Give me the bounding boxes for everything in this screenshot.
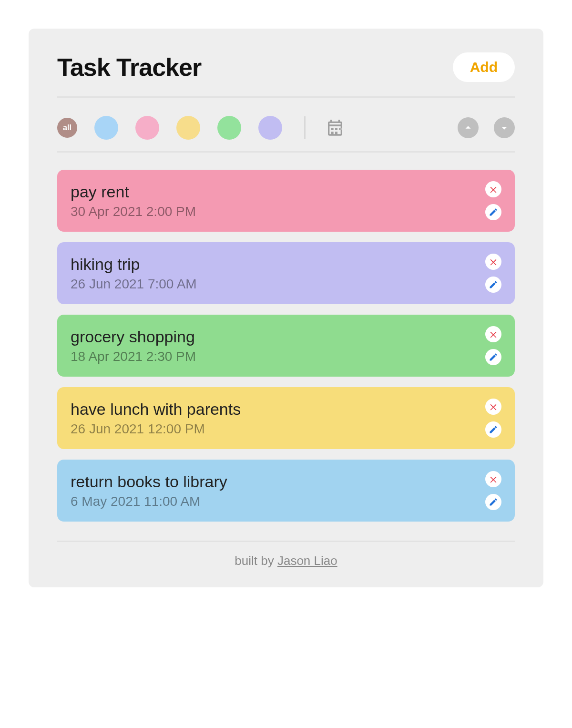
task-actions	[485, 471, 501, 510]
task-card: have lunch with parents26 Jun 2021 12:00…	[57, 387, 515, 449]
task-info: grocery shopping18 Apr 2021 2:30 PM	[71, 328, 196, 364]
filter-all[interactable]: all	[57, 118, 77, 138]
toolbar-right	[458, 117, 515, 138]
filter-color-purple[interactable]	[258, 116, 282, 140]
task-title: pay rent	[71, 183, 196, 201]
header: Task Tracker Add	[57, 52, 515, 98]
toolbar: all	[57, 107, 515, 153]
task-title: hiking trip	[71, 255, 197, 274]
edit-button[interactable]	[485, 349, 501, 365]
task-info: have lunch with parents26 Jun 2021 12:00…	[71, 400, 241, 437]
edit-button[interactable]	[485, 277, 501, 293]
task-title: return books to library	[71, 472, 227, 491]
task-date: 18 Apr 2021 2:30 PM	[71, 349, 196, 364]
task-card: hiking trip26 Jun 2021 7:00 AM	[57, 242, 515, 304]
task-date: 30 Apr 2021 2:00 PM	[71, 204, 196, 219]
delete-button[interactable]	[485, 471, 501, 487]
sort-up-button[interactable]	[458, 117, 479, 138]
task-date: 26 Jun 2021 7:00 AM	[71, 277, 197, 292]
calendar-icon[interactable]	[326, 118, 345, 137]
sort-down-button[interactable]	[494, 117, 515, 138]
toolbar-divider	[304, 116, 306, 139]
delete-button[interactable]	[485, 326, 501, 342]
task-card: return books to library6 May 2021 11:00 …	[57, 460, 515, 522]
task-list: pay rent30 Apr 2021 2:00 PMhiking trip26…	[57, 170, 515, 522]
edit-button[interactable]	[485, 494, 501, 510]
task-actions	[485, 181, 501, 220]
task-date: 26 Jun 2021 12:00 PM	[71, 421, 241, 437]
footer-author-link[interactable]: Jason Liao	[277, 554, 337, 568]
task-actions	[485, 254, 501, 293]
edit-button[interactable]	[485, 421, 501, 438]
task-title: have lunch with parents	[71, 400, 241, 419]
task-title: grocery shopping	[71, 328, 196, 346]
task-info: pay rent30 Apr 2021 2:00 PM	[71, 183, 196, 219]
page-title: Task Tracker	[57, 53, 201, 82]
filter-color-yellow[interactable]	[176, 116, 200, 140]
delete-button[interactable]	[485, 254, 501, 270]
add-button[interactable]: Add	[453, 52, 515, 82]
task-actions	[485, 326, 501, 365]
task-info: hiking trip26 Jun 2021 7:00 AM	[71, 255, 197, 292]
task-card: grocery shopping18 Apr 2021 2:30 PM	[57, 315, 515, 377]
task-card: pay rent30 Apr 2021 2:00 PM	[57, 170, 515, 232]
filter-color-blue[interactable]	[94, 116, 118, 140]
delete-button[interactable]	[485, 181, 501, 197]
task-info: return books to library6 May 2021 11:00 …	[71, 472, 227, 509]
delete-button[interactable]	[485, 399, 501, 415]
footer: built by Jason Liao	[57, 541, 515, 568]
edit-button[interactable]	[485, 204, 501, 220]
filter-color-green[interactable]	[217, 116, 241, 140]
app-container: Task Tracker Add all pay rent30 Apr 2021…	[29, 29, 543, 587]
footer-prefix: built by	[235, 554, 277, 568]
task-date: 6 May 2021 11:00 AM	[71, 494, 227, 509]
task-actions	[485, 399, 501, 438]
filter-color-pink[interactable]	[135, 116, 159, 140]
